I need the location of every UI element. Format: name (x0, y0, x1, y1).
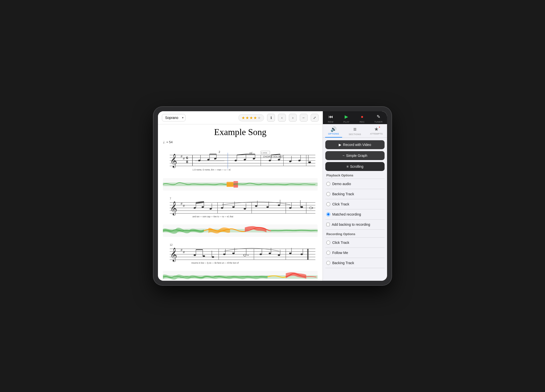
backing-track-rec-label: Backing Track (332, 261, 354, 265)
svg-point-82 (300, 206, 303, 208)
top-controls: ⏮ REW ▶ PLAY ● REC ✎ TUNER (323, 111, 387, 124)
svg-line-40 (271, 154, 280, 155)
play-icon: ▶ (343, 113, 350, 120)
svg-point-64 (210, 208, 212, 210)
star-3[interactable]: ★ (249, 115, 253, 120)
voice-select-wrapper: Soprano Alto Tenor Bass (162, 114, 185, 121)
divider-7 (325, 237, 385, 238)
waveform-2: Wrong note Bb and cut off early (163, 224, 318, 237)
divider-8 (325, 248, 385, 248)
svg-rect-18 (195, 161, 224, 161)
svg-point-110 (232, 252, 235, 254)
backing-track-radio[interactable] (326, 192, 330, 196)
play-button[interactable]: ▶ PLAY (343, 113, 350, 123)
backing-track-rec-radio[interactable] (326, 261, 330, 265)
matched-recording-radio[interactable] (326, 212, 330, 216)
record-video-button[interactable]: ▶ Record with Video (325, 140, 385, 149)
follow-me-radio[interactable] (326, 251, 330, 255)
staff-system-3: 𝄞 # # 12 (163, 241, 318, 267)
rec-icon: ● (359, 113, 365, 120)
svg-point-72 (244, 208, 246, 210)
rew-button[interactable]: ⏮ REW (327, 113, 334, 123)
star-5[interactable]: ★ (257, 115, 261, 120)
svg-point-121 (289, 252, 291, 254)
rew-label: REW (328, 121, 333, 123)
star-2[interactable]: ★ (245, 115, 249, 120)
voice-select[interactable]: Soprano Alto Tenor Bass (162, 114, 185, 121)
click-track-playback-radio[interactable] (326, 202, 330, 206)
svg-point-78 (278, 204, 280, 206)
demo-audio-radio[interactable] (326, 182, 330, 186)
svg-point-68 (221, 207, 223, 209)
tab-attempts[interactable]: ★ ATTEMPTS (366, 126, 387, 138)
svg-text:mourns   in   low  —  ly   ex : mourns in low — ly ex — ile here un — ti… (191, 262, 239, 264)
tab-sections[interactable]: ≡ SECTIONS (344, 126, 365, 138)
sidebar-tabs: 🔊 OPTIONS ≡ SECTIONS ★ ATTEMPTS (323, 124, 387, 138)
svg-point-43 (298, 160, 301, 162)
tuner-icon: ✎ (375, 113, 382, 120)
svg-point-117 (269, 252, 271, 254)
matched-recording-label: Matched recording (332, 212, 361, 216)
follow-me-label: Follow Me (332, 251, 348, 255)
nav-back-button[interactable]: ‹ (278, 114, 286, 122)
click-track-rec-label: Click Track (332, 241, 349, 245)
staff-svg-3: 𝄞 # # 12 (163, 241, 318, 266)
options-icon: 🔊 (331, 126, 337, 132)
svg-point-74 (255, 205, 257, 207)
svg-point-62 (202, 206, 204, 208)
svg-point-108 (223, 253, 225, 255)
svg-point-90 (312, 207, 313, 208)
click-track-playback-label: Click Track (332, 202, 349, 206)
svg-point-115 (260, 253, 262, 255)
back-button[interactable]: ← (300, 114, 308, 122)
info-button[interactable]: ℹ (267, 114, 275, 122)
nav-forward-button[interactable]: › (289, 114, 297, 122)
svg-point-21 (214, 158, 216, 160)
add-backing-label: Add backing to recording (332, 223, 370, 226)
svg-text:#: # (183, 157, 185, 160)
sections-icon: ≡ (353, 126, 357, 133)
simple-graph-button[interactable]: ~ Simple Graph (325, 151, 385, 160)
star-4[interactable]: ★ (253, 115, 257, 120)
svg-point-38 (278, 159, 280, 161)
scrolling-button[interactable]: ≡ Scrolling (325, 162, 385, 171)
fullscreen-button[interactable]: ⤢ (311, 114, 319, 122)
svg-text:2: 2 (219, 150, 220, 153)
tuner-button[interactable]: ✎ TUNER (374, 113, 383, 123)
add-backing-checkbox[interactable] (326, 223, 330, 226)
simple-graph-icon: ~ (343, 154, 345, 158)
rec-button[interactable]: ● REC (359, 113, 365, 123)
svg-point-45 (308, 161, 311, 163)
svg-text:#: # (183, 251, 185, 254)
star-1[interactable]: ★ (242, 115, 245, 120)
svg-line-30 (237, 154, 246, 155)
simple-graph-label: Simple Graph (346, 154, 367, 158)
divider-1 (325, 179, 385, 179)
sidebar: ⏮ REW ▶ PLAY ● REC ✎ TUNER (323, 111, 387, 281)
recording-options-header: Recording Options (326, 232, 384, 236)
backing-track-rec-row: Backing Track (325, 259, 385, 267)
svg-text:#: # (183, 204, 185, 208)
svg-point-36 (269, 160, 271, 162)
staff-svg-2: 𝄞 # # 7 (163, 195, 318, 220)
tab-options[interactable]: 🔊 OPTIONS (323, 126, 344, 138)
sections-label: SECTIONS (349, 133, 361, 136)
svg-point-119 (278, 254, 280, 256)
svg-point-114 (247, 255, 248, 256)
divider-5 (325, 219, 385, 220)
tempo-mark: ♩. = 54 (163, 140, 318, 144)
svg-text:7: 7 (170, 197, 171, 200)
divider-6 (325, 229, 385, 230)
click-track-rec-radio[interactable] (326, 241, 330, 245)
svg-text:CHOIR & SOLOIST: CHOIR & SOLOIST (263, 155, 283, 158)
backing-track-label: Backing Track (332, 192, 354, 196)
divider-3 (325, 199, 385, 199)
svg-point-24 (235, 160, 237, 162)
svg-point-76 (267, 206, 269, 208)
svg-point-60 (193, 207, 196, 209)
score-area: Example Song ♩. = 54 (158, 124, 323, 281)
svg-text:and   ran  —  som  cap  —  tiv: and ran — som cap — tive Is — ra — el, t… (192, 216, 233, 218)
staff-svg-1: 𝄞 # # 6 8 mf (163, 146, 318, 173)
scrolling-icon: ≡ (347, 165, 349, 168)
tempo-symbol: ♩. (163, 140, 165, 144)
